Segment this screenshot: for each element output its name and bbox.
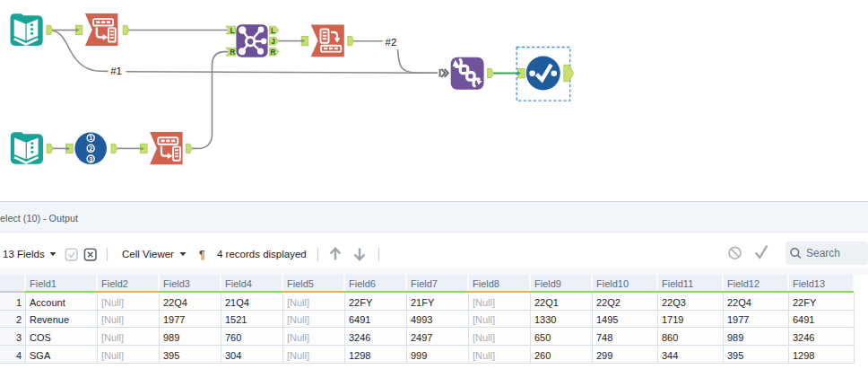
svg-text:J: J xyxy=(271,38,275,46)
svg-text:1: 1 xyxy=(89,134,92,142)
svg-text:3: 3 xyxy=(89,155,92,163)
svg-text:R: R xyxy=(230,48,235,57)
svg-text:4 records displayed: 4 records displayed xyxy=(217,249,307,259)
svg-text:#2: #2 xyxy=(386,37,397,48)
svg-text:Search: Search xyxy=(806,247,840,259)
svg-text:Cell Viewer: Cell Viewer xyxy=(122,249,174,259)
svg-text:2: 2 xyxy=(89,145,92,153)
svg-text:L: L xyxy=(230,27,235,35)
svg-text:#1: #1 xyxy=(110,66,122,76)
svg-text:¶: ¶ xyxy=(199,249,205,261)
svg-text:R: R xyxy=(271,48,276,57)
svg-text:L: L xyxy=(271,27,275,35)
svg-text:13 Fields: 13 Fields xyxy=(3,249,45,259)
